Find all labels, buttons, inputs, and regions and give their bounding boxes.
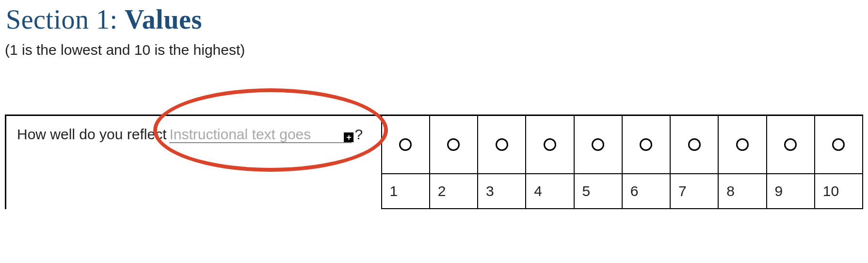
rating-label-2: 2	[429, 174, 477, 208]
rating-label-4: 4	[525, 174, 573, 208]
field-underline	[169, 142, 352, 143]
radio-icon	[544, 138, 556, 151]
rating-label-8: 8	[718, 174, 766, 208]
plus-icon[interactable]: +	[344, 132, 354, 142]
rating-radio-row	[381, 116, 863, 174]
question-table: How well do you reflect Instructional te…	[5, 115, 863, 209]
rating-option-4[interactable]	[525, 116, 573, 173]
question-text: How well do you reflect Instructional te…	[17, 126, 370, 143]
rating-label-10: 10	[814, 174, 863, 208]
radio-icon	[592, 138, 604, 151]
rating-label-1: 1	[381, 174, 429, 208]
rating-option-7[interactable]	[670, 116, 718, 173]
rating-stack: 1 2 3 4 5 6 7 8 9 10	[381, 116, 863, 209]
placeholder-text: Instructional text goes	[169, 126, 311, 142]
rating-label-row: 1 2 3 4 5 6 7 8 9 10	[381, 174, 863, 209]
radio-icon	[399, 138, 412, 151]
question-after: ?	[354, 126, 363, 143]
question-row: How well do you reflect Instructional te…	[6, 116, 863, 209]
section-heading: Section 1: Values	[6, 4, 202, 35]
rating-option-3[interactable]	[477, 116, 525, 173]
rating-label-5: 5	[574, 174, 622, 208]
rating-option-9[interactable]	[766, 116, 814, 173]
question-cell: How well do you reflect Instructional te…	[6, 116, 381, 174]
radio-icon	[832, 138, 845, 151]
question-before: How well do you reflect	[17, 126, 166, 143]
radio-icon	[688, 138, 701, 151]
placeholder-field[interactable]: Instructional text goes +	[169, 126, 352, 143]
rating-option-10[interactable]	[814, 116, 863, 173]
rating-option-8[interactable]	[718, 116, 766, 173]
radio-icon	[496, 138, 508, 151]
heading-title: Values	[125, 4, 202, 34]
radio-icon	[736, 138, 749, 151]
heading-prefix: Section 1:	[6, 4, 125, 34]
rating-option-5[interactable]	[574, 116, 622, 173]
radio-icon	[784, 138, 797, 151]
rating-option-2[interactable]	[429, 116, 477, 173]
rating-option-1[interactable]	[381, 116, 429, 173]
rating-option-6[interactable]	[622, 116, 670, 173]
radio-icon	[640, 138, 652, 151]
rating-label-7: 7	[670, 174, 718, 208]
radio-icon	[447, 138, 460, 151]
rating-label-3: 3	[477, 174, 525, 208]
scale-hint: (1 is the lowest and 10 is the highest)	[5, 42, 245, 58]
rating-label-9: 9	[766, 174, 814, 208]
rating-label-6: 6	[622, 174, 670, 208]
